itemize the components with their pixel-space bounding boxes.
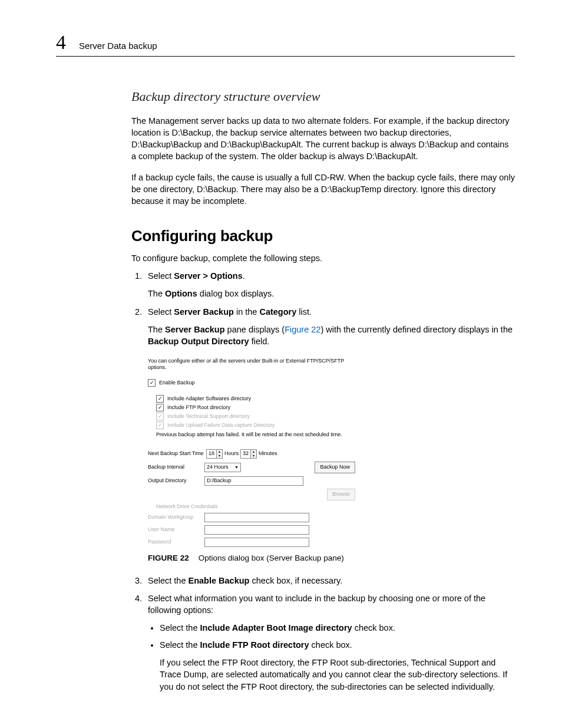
password-field[interactable] [204,538,309,547]
step-3: Select the Enable Backup check box, if n… [144,575,515,587]
backup-now-button[interactable]: Backup Now [315,462,355,473]
browse-button[interactable]: Browse [327,489,355,500]
include-adapter-checkbox[interactable] [156,395,164,403]
step-4-option-1: Select the Include Adapter Boot Image di… [160,622,515,634]
include-techsupport-checkbox[interactable] [156,413,164,420]
backup-interval-row: Backup Interval 24 Hours▼ Backup Now [148,462,355,473]
network-drive-credentials-label: Network Drive Credentials [156,503,355,510]
page-header: 4 Server Data backup [56,32,515,57]
header-title: Server Data backup [79,41,157,51]
enable-backup-row: Enable Backup [148,379,355,387]
steps-list: Select Server > Options. The Options dia… [131,270,515,693]
enable-backup-checkbox[interactable] [148,379,156,387]
backup-warning: Previous backup attempt has failed. It w… [156,431,355,438]
dialog-intro: You can configure either or all the serv… [148,358,355,371]
step-1: Select Server > Options. The Options dia… [144,270,515,300]
overview-paragraph-2: If a backup cycle fails, the cause is us… [131,172,515,207]
enable-backup-label: Enable Backup [159,380,195,386]
step-4: Select what information you want to incl… [144,592,515,693]
include-upload-failure-checkbox[interactable] [156,421,164,429]
chevron-down-icon: ▼ [234,465,239,470]
overview-paragraph-1: The Management server backs up data to t… [131,115,515,162]
step-4-options: Select the Include Adapter Boot Image di… [160,622,515,692]
next-backup-row: Next Backup Start Time 18▴▾ Hours 32▴▾ M… [148,449,355,459]
figure-22-link[interactable]: Figure 22 [285,325,320,334]
output-directory-row: Output Directory D:/Backup [148,476,355,486]
interval-dropdown[interactable]: 24 Hours▼ [204,463,241,472]
figure-caption: FIGURE 22Options dialog box (Server Back… [148,553,515,564]
figure-22: You can configure either or all the serv… [148,358,515,564]
section-heading-configuring: Configuring backup [131,227,515,245]
chapter-number: 4 [56,32,66,52]
hours-spinner[interactable]: 18▴▾ [206,449,223,459]
minutes-spinner[interactable]: 32▴▾ [240,449,257,459]
username-field[interactable] [204,525,309,535]
configuring-intro: To configure backup, complete the follow… [131,252,515,264]
step-2: Select Server Backup in the Category lis… [144,306,515,564]
section-heading-overview: Backup directory structure overview [131,89,515,104]
step-4-option-2: Select the Include FTP Root directory ch… [160,639,515,693]
output-directory-field[interactable]: D:/Backup [204,476,303,486]
include-ftp-checkbox[interactable] [156,404,164,411]
domain-field[interactable] [204,513,309,522]
options-dialog: You can configure either or all the serv… [148,358,355,546]
